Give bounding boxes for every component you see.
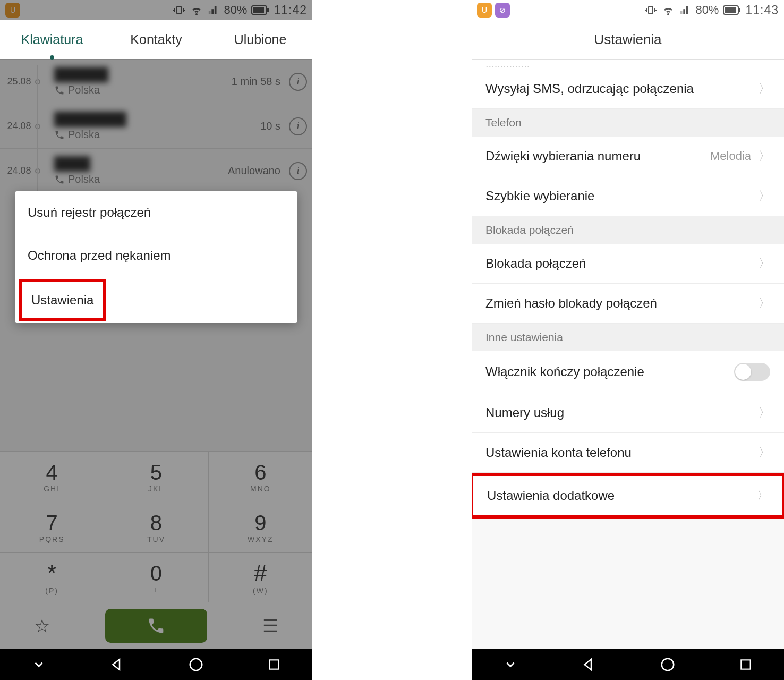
toggle-switch[interactable] xyxy=(734,363,770,381)
nav-back-icon[interactable] xyxy=(109,657,125,673)
nav-home-icon[interactable] xyxy=(188,657,204,673)
settings-additional[interactable]: Ustawienia dodatkowe 〉 xyxy=(473,476,782,515)
key-5[interactable]: 5JKL xyxy=(104,452,208,502)
settings-service-numbers[interactable]: Numery usług 〉 xyxy=(472,393,784,433)
wifi-icon xyxy=(661,4,675,16)
svg-rect-0 xyxy=(177,6,181,14)
contact-name: ████████ xyxy=(54,112,126,126)
dial-sounds-value: Melodia xyxy=(710,149,751,163)
notification-icon-2: ⊘ xyxy=(495,3,510,18)
status-bar: U ⊘ 80% 11:43 xyxy=(472,0,784,20)
highlight-annotation: Ustawienia dodatkowe 〉 xyxy=(472,473,784,518)
info-button[interactable]: i xyxy=(289,73,307,91)
contact-name: ████ xyxy=(54,156,90,171)
section-blokada: Blokada połączeń xyxy=(472,216,784,244)
svg-rect-1 xyxy=(215,6,217,14)
svg-rect-5 xyxy=(253,7,264,13)
context-menu: Usuń rejestr połączeń Ochrona przed nęka… xyxy=(15,191,297,323)
vibrate-icon xyxy=(644,4,657,16)
svg-rect-3 xyxy=(209,11,211,14)
left-phone-screen: U 80% 11:42 Klawiatura Kontakty Ulubione… xyxy=(0,0,312,680)
call-button[interactable] xyxy=(105,609,207,643)
status-bar: U 80% 11:42 xyxy=(0,0,312,20)
menu-settings[interactable]: Ustawienia xyxy=(19,279,106,321)
svg-rect-10 xyxy=(686,6,688,14)
svg-point-16 xyxy=(661,659,674,671)
key-9[interactable]: 9WXYZ xyxy=(209,502,312,552)
svg-rect-11 xyxy=(684,9,686,14)
svg-rect-6 xyxy=(267,8,269,12)
section-telefon: Telefon xyxy=(472,109,784,137)
notification-icon: U xyxy=(477,3,492,18)
settings-change-password[interactable]: Zmień hasło blokady połączeń 〉 xyxy=(472,284,784,324)
settings-sms-reject[interactable]: Wysyłaj SMS, odrzucając połączenia 〉 xyxy=(472,69,784,109)
chevron-right-icon: 〉 xyxy=(759,295,770,311)
chevron-right-icon: 〉 xyxy=(759,405,770,421)
settings-list: ............... Wysyłaj SMS, odrzucając … xyxy=(472,60,784,649)
battery-percent: 80% xyxy=(224,3,247,17)
call-log-row[interactable]: 24.08 ████████ Polska 10 s i xyxy=(0,104,312,149)
key-0[interactable]: 0+ xyxy=(104,552,208,602)
svg-rect-2 xyxy=(212,9,214,14)
clock: 11:42 xyxy=(274,3,307,18)
nav-recents-icon[interactable] xyxy=(267,658,281,672)
signal-icon xyxy=(679,4,691,16)
chevron-right-icon: 〉 xyxy=(759,188,770,204)
svg-rect-12 xyxy=(680,11,683,14)
battery-icon xyxy=(723,5,741,15)
settings-power-ends-call[interactable]: Włącznik kończy połączenie xyxy=(472,351,784,393)
nav-home-icon[interactable] xyxy=(660,657,676,673)
chevron-right-icon: 〉 xyxy=(759,148,770,164)
info-button[interactable]: i xyxy=(289,162,307,180)
notification-icon: U xyxy=(5,3,20,18)
vibrate-icon xyxy=(173,4,185,16)
info-button[interactable]: i xyxy=(289,117,307,135)
call-log-row[interactable]: 25.08 ██████ Polska 1 min 58 s i xyxy=(0,60,312,104)
tab-contacts[interactable]: Kontakty xyxy=(104,20,208,59)
chevron-right-icon: 〉 xyxy=(757,488,769,504)
chevron-right-icon: 〉 xyxy=(759,445,770,461)
section-inne: Inne ustawienia xyxy=(472,324,784,351)
phone-tabs: Klawiatura Kontakty Ulubione xyxy=(0,20,312,60)
tab-favorites[interactable]: Ulubione xyxy=(208,20,312,59)
settings-dial-sounds[interactable]: Dźwięki wybierania numeru Melodia 〉 xyxy=(472,137,784,176)
svg-point-7 xyxy=(190,659,202,671)
chevron-right-icon: 〉 xyxy=(759,81,770,97)
menu-harassment-protection[interactable]: Ochrona przed nękaniem xyxy=(15,234,297,277)
svg-rect-14 xyxy=(725,7,736,13)
system-nav xyxy=(0,649,312,680)
svg-rect-9 xyxy=(649,6,653,14)
chevron-right-icon: 〉 xyxy=(759,256,770,271)
settings-item-cutoff: ............... xyxy=(472,60,784,69)
key-6[interactable]: 6MNO xyxy=(209,452,312,502)
key-7[interactable]: 7PQRS xyxy=(0,502,104,552)
contact-name: ██████ xyxy=(54,67,108,82)
clock: 11:43 xyxy=(745,3,779,18)
key-4[interactable]: 4GHI xyxy=(0,452,104,502)
key-star[interactable]: *(P) xyxy=(0,552,104,602)
menu-icon[interactable]: ☰ xyxy=(262,615,278,636)
nav-back-icon[interactable] xyxy=(581,657,596,673)
wifi-icon xyxy=(190,4,203,16)
nav-chevron-down-icon[interactable] xyxy=(504,658,517,672)
system-nav xyxy=(472,649,784,680)
star-icon[interactable]: ☆ xyxy=(34,615,50,636)
key-hash[interactable]: #(W) xyxy=(209,552,312,602)
settings-phone-account[interactable]: Ustawienia konta telefonu 〉 xyxy=(472,433,784,473)
keypad: 4GHI 5JKL 6MNO 7PQRS 8TUV 9WXYZ *(P) 0+ … xyxy=(0,451,312,602)
call-log-row[interactable]: 24.08 ████ Polska Anulowano i xyxy=(0,149,312,193)
signal-icon xyxy=(208,4,219,16)
page-title: Ustawienia xyxy=(472,20,784,60)
menu-delete-log[interactable]: Usuń rejestr połączeń xyxy=(15,191,297,234)
phone-action-bar: ☆ ☰ xyxy=(0,602,312,649)
tab-keypad[interactable]: Klawiatura xyxy=(0,20,104,59)
settings-speed-dial[interactable]: Szybkie wybieranie 〉 xyxy=(472,176,784,216)
key-8[interactable]: 8TUV xyxy=(104,502,208,552)
settings-call-barring[interactable]: Blokada połączeń 〉 xyxy=(472,244,784,284)
battery-icon xyxy=(251,5,269,15)
nav-recents-icon[interactable] xyxy=(739,658,753,672)
nav-chevron-down-icon[interactable] xyxy=(32,658,46,672)
battery-percent: 80% xyxy=(695,3,719,17)
svg-rect-15 xyxy=(739,8,740,12)
svg-rect-8 xyxy=(269,660,278,669)
